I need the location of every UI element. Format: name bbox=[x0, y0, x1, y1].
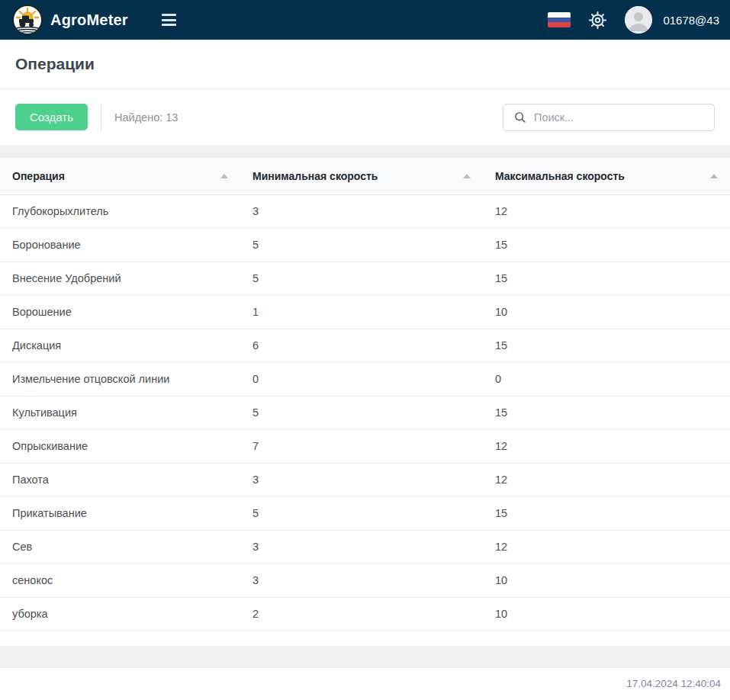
cell-name: Глубокорыхлитель bbox=[0, 194, 240, 228]
table-row[interactable]: Пахота312 bbox=[0, 463, 730, 496]
cell-max: 12 bbox=[483, 429, 730, 463]
sort-asc-icon[interactable] bbox=[463, 174, 471, 178]
table-body: Глубокорыхлитель312Боронование515Внесени… bbox=[0, 194, 730, 631]
table-row[interactable]: Ворошение110 bbox=[0, 295, 730, 329]
create-button[interactable]: Создать bbox=[15, 104, 88, 130]
cell-min: 3 bbox=[240, 194, 483, 228]
cell-name: Внесение Удобрений bbox=[0, 262, 240, 295]
language-flag-icon[interactable] bbox=[548, 12, 571, 27]
cell-name: Боронование bbox=[0, 228, 240, 262]
cell-max: 15 bbox=[483, 496, 730, 530]
cell-min: 7 bbox=[240, 429, 483, 463]
table-row[interactable]: Прикатывание515 bbox=[0, 496, 730, 530]
search-icon bbox=[513, 111, 526, 124]
table-row[interactable]: Внесение Удобрений515 bbox=[0, 262, 730, 295]
cell-max: 12 bbox=[483, 530, 730, 564]
hamburger-menu-icon[interactable] bbox=[159, 9, 179, 31]
cell-min: 2 bbox=[240, 597, 483, 631]
operations-table: Операция Минимальная скорость Максимальн… bbox=[0, 158, 730, 631]
app-footer: 17.04.2024 12:40:04 bbox=[0, 668, 730, 700]
cell-min: 0 bbox=[240, 362, 483, 396]
cell-name: сенокос bbox=[0, 564, 240, 597]
cell-min: 3 bbox=[240, 463, 483, 496]
user-avatar[interactable] bbox=[625, 6, 652, 34]
section-gap bbox=[0, 646, 730, 668]
cell-max: 15 bbox=[483, 228, 730, 262]
cell-name: Пахота bbox=[0, 463, 240, 496]
page-title: Операции bbox=[15, 55, 95, 73]
cell-max: 10 bbox=[483, 597, 730, 631]
table-row[interactable]: уборка210 bbox=[0, 597, 730, 631]
column-header-operation[interactable]: Операция bbox=[0, 158, 240, 194]
cell-max: 15 bbox=[483, 262, 730, 295]
table-row[interactable]: Дискация615 bbox=[0, 329, 730, 362]
sort-asc-icon[interactable] bbox=[710, 174, 718, 178]
cell-name: Культивация bbox=[0, 396, 240, 429]
cell-name: Измельчение отцовской линии bbox=[0, 362, 240, 396]
table-row[interactable]: Глубокорыхлитель312 bbox=[0, 194, 730, 228]
cell-name: Сев bbox=[0, 530, 240, 564]
section-gap bbox=[0, 145, 730, 158]
title-bar: Операции bbox=[0, 40, 730, 89]
cell-min: 5 bbox=[240, 228, 483, 262]
table-row[interactable]: Измельчение отцовской линии00 bbox=[0, 362, 730, 396]
settings-gear-icon[interactable] bbox=[587, 10, 608, 31]
table-header-row: Операция Минимальная скорость Максимальн… bbox=[0, 158, 730, 194]
search-box[interactable] bbox=[503, 104, 715, 131]
cell-name: уборка bbox=[0, 597, 240, 631]
cell-max: 10 bbox=[483, 564, 730, 597]
sort-asc-icon[interactable] bbox=[220, 174, 228, 178]
cell-max: 15 bbox=[483, 396, 730, 429]
search-input[interactable] bbox=[534, 111, 706, 124]
username-label: 01678@43 bbox=[663, 14, 719, 27]
cell-name: Прикатывание bbox=[0, 496, 240, 530]
cell-max: 0 bbox=[483, 362, 730, 396]
cell-max: 12 bbox=[483, 194, 730, 228]
table-row[interactable]: сенокос310 bbox=[0, 564, 730, 597]
table-row[interactable]: Сев312 bbox=[0, 530, 730, 564]
cell-min: 3 bbox=[240, 530, 483, 564]
table-row[interactable]: Культивация515 bbox=[0, 396, 730, 429]
operations-table-card: Операция Минимальная скорость Максимальн… bbox=[0, 158, 730, 646]
cell-min: 5 bbox=[240, 262, 483, 295]
cell-max: 10 bbox=[483, 295, 730, 329]
footer-timestamp: 17.04.2024 12:40:04 bbox=[626, 678, 721, 689]
cell-name: Дискация bbox=[0, 329, 240, 362]
column-header-max-speed[interactable]: Максимальная скорость bbox=[483, 158, 730, 194]
app-header: AgroMeter 01678@43 bbox=[0, 0, 730, 40]
cell-max: 15 bbox=[483, 329, 730, 362]
brand[interactable]: AgroMeter bbox=[12, 5, 128, 35]
toolbar-divider bbox=[101, 104, 101, 131]
cell-min: 1 bbox=[240, 295, 483, 329]
toolbar: Создать Найдено: 13 bbox=[0, 89, 730, 145]
cell-min: 5 bbox=[240, 396, 483, 429]
app-logo-icon bbox=[12, 5, 43, 35]
found-count-label: Найдено: 13 bbox=[114, 111, 178, 124]
brand-name: AgroMeter bbox=[50, 11, 128, 29]
column-header-min-speed[interactable]: Минимальная скорость bbox=[240, 158, 483, 194]
table-row[interactable]: Боронование515 bbox=[0, 228, 730, 262]
table-row[interactable]: Опрыскивание712 bbox=[0, 429, 730, 463]
cell-min: 5 bbox=[240, 496, 483, 530]
cell-min: 3 bbox=[240, 564, 483, 597]
cell-max: 12 bbox=[483, 463, 730, 496]
cell-name: Ворошение bbox=[0, 295, 240, 329]
cell-min: 6 bbox=[240, 329, 483, 362]
cell-name: Опрыскивание bbox=[0, 429, 240, 463]
